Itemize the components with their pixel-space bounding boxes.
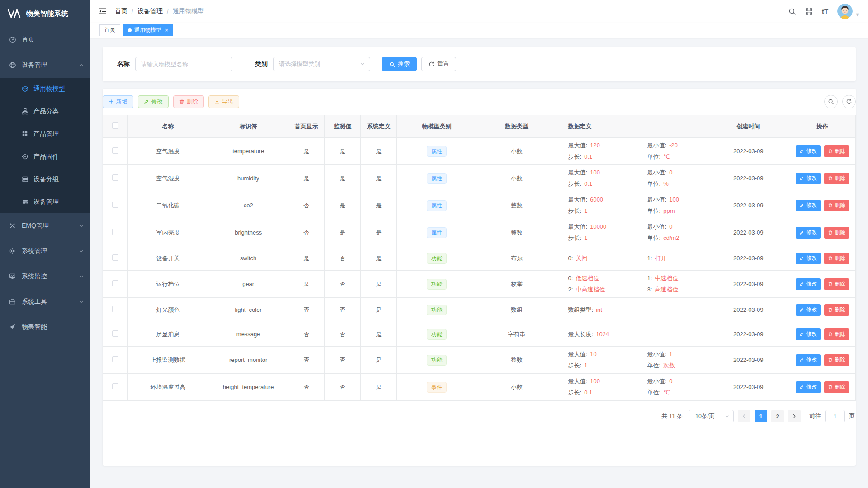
category-filter-select[interactable]: 请选择模型类别 — [273, 57, 370, 71]
avatar[interactable] — [837, 4, 853, 19]
row-checkbox[interactable] — [112, 383, 118, 389]
row-delete-button[interactable]: 删除 — [824, 227, 849, 239]
edit-button[interactable]: 修改 — [138, 95, 169, 108]
row-delete-button[interactable]: 删除 — [824, 381, 849, 393]
row-monitor-value: 否 — [325, 271, 361, 298]
row-delete-button[interactable]: 删除 — [824, 173, 849, 184]
breadcrumb-home[interactable]: 首页 — [115, 7, 127, 15]
table-card: 新增 修改 删除 导出 — [103, 89, 856, 466]
row-delete-button[interactable]: 删除 — [824, 304, 849, 316]
show-search-icon[interactable] — [824, 95, 838, 108]
sidebar-item-thing-model[interactable]: 通用物模型 — [0, 78, 90, 100]
row-actions: 修改删除 — [789, 298, 855, 322]
row-category-cell: 功能 — [397, 246, 476, 271]
row-data-type: 数组 — [476, 298, 557, 322]
goto-page-input[interactable] — [825, 410, 845, 422]
row-delete-button[interactable]: 删除 — [824, 200, 849, 211]
sidebar-item-wumei-smart[interactable]: 物美智能 — [0, 314, 90, 340]
sidebar-item-product-category[interactable]: 产品分类 — [0, 100, 90, 123]
sidebar-collapse-icon[interactable] — [90, 0, 115, 23]
row-edit-button[interactable]: 修改 — [796, 328, 821, 340]
row-actions: 修改删除 — [789, 374, 855, 401]
row-checkbox[interactable] — [112, 229, 118, 235]
select-all-checkbox[interactable] — [112, 122, 118, 129]
row-delete-button[interactable]: 删除 — [824, 328, 849, 340]
row-checkbox[interactable] — [112, 147, 118, 154]
definition-value: ℃ — [663, 153, 670, 160]
row-data-definition: 最大值:100最小值:0步长:0.1单位:℃ — [557, 374, 708, 401]
export-button[interactable]: 导出 — [208, 95, 239, 108]
fullscreen-icon[interactable] — [805, 8, 813, 15]
tab-thing-model[interactable]: 通用物模型 × — [123, 24, 173, 36]
row-delete-button[interactable]: 删除 — [824, 145, 849, 157]
row-checkbox[interactable] — [112, 174, 118, 181]
page-button-2[interactable]: 2 — [771, 410, 784, 422]
row-edit-button[interactable]: 修改 — [796, 145, 821, 157]
reset-button[interactable]: 重置 — [421, 57, 456, 71]
row-edit-button[interactable]: 修改 — [796, 278, 821, 290]
definition-label: 单位: — [647, 235, 661, 241]
definition-grid: 最大值:120最小值:-20步长:0.1单位:℃ — [568, 141, 703, 161]
row-delete-button[interactable]: 删除 — [824, 253, 849, 264]
monitor-icon — [9, 273, 16, 280]
definition-pair: 单位:℃ — [647, 153, 703, 161]
sidebar-item-system-tools[interactable]: 系统工具 — [0, 289, 90, 314]
col-system-defined: 系统定义 — [361, 115, 397, 138]
search-icon[interactable] — [788, 8, 796, 15]
tab-label: 首页 — [104, 26, 115, 34]
next-page-button[interactable] — [788, 410, 801, 422]
sidebar-item-system-manage[interactable]: 系统管理 — [0, 239, 90, 264]
row-checkbox[interactable] — [112, 306, 118, 312]
row-identifier: report_monitor — [208, 347, 288, 374]
row-edit-button[interactable]: 修改 — [796, 253, 821, 264]
device-sphere-icon — [9, 61, 16, 69]
row-delete-button[interactable]: 删除 — [824, 354, 849, 366]
sidebar-item-home[interactable]: 首页 — [0, 27, 90, 52]
row-edit-button[interactable]: 修改 — [796, 304, 821, 316]
row-checkbox[interactable] — [112, 330, 118, 337]
tab-home[interactable]: 首页 — [99, 24, 120, 36]
refresh-table-icon[interactable] — [842, 95, 856, 108]
row-checkbox[interactable] — [112, 356, 118, 362]
row-data-type: 小数 — [476, 165, 557, 192]
table-row: 设备开关switch是否是功能布尔0:关闭1:打开2022-03-09修改删除 — [103, 246, 856, 271]
row-edit-button[interactable]: 修改 — [796, 173, 821, 184]
row-data-definition: 最大值:10000最小值:0步长:1单位:cd/m2 — [557, 219, 708, 246]
row-checkbox[interactable] — [112, 202, 118, 208]
breadcrumb-device-manage[interactable]: 设备管理 — [137, 7, 163, 15]
row-actions: 修改删除 — [789, 271, 855, 298]
definition-pair: 最大值:100 — [568, 377, 647, 385]
definition-label: 数组类型: — [568, 306, 594, 313]
sidebar-item-device-list[interactable]: 设备管理 — [0, 191, 90, 213]
sidebar-item-emq[interactable]: EMQ管理 — [0, 213, 90, 239]
definition-value: 10 — [590, 351, 596, 357]
prev-page-button[interactable] — [738, 410, 750, 422]
table-row: 灯光颜色light_color否否是功能数组数组类型:int2022-03-09… — [103, 298, 856, 322]
row-data-definition: 最大长度:1024 — [557, 322, 708, 347]
search-button[interactable]: 搜索 — [382, 57, 417, 71]
user-menu[interactable]: ▼ — [837, 4, 860, 19]
name-filter-input[interactable] — [135, 57, 232, 71]
row-edit-button[interactable]: 修改 — [796, 200, 821, 211]
row-edit-button[interactable]: 修改 — [796, 381, 821, 393]
col-data-type: 数据类型 — [476, 115, 557, 138]
page-button-1[interactable]: 1 — [755, 410, 767, 422]
sidebar-item-product-manage[interactable]: 产品管理 — [0, 123, 90, 145]
definition-pair: 最大值:10 — [568, 350, 647, 358]
delete-button[interactable]: 删除 — [173, 95, 204, 108]
sidebar-item-device-group[interactable]: 设备分组 — [0, 168, 90, 191]
sidebar-item-device-manage[interactable]: 设备管理 — [0, 52, 90, 78]
close-icon[interactable]: × — [165, 27, 168, 33]
definition-value: 1 — [584, 207, 587, 214]
row-delete-button[interactable]: 删除 — [824, 278, 849, 290]
sidebar-item-product-firmware[interactable]: 产品固件 — [0, 145, 90, 168]
row-checkbox[interactable] — [112, 280, 118, 286]
page-size-select[interactable]: 10条/页 — [689, 410, 734, 422]
font-size-icon[interactable]: tT — [822, 8, 828, 15]
row-name: 二氧化碳 — [128, 192, 208, 219]
row-edit-button[interactable]: 修改 — [796, 354, 821, 366]
add-button[interactable]: 新增 — [103, 95, 133, 108]
sidebar-item-system-monitor[interactable]: 系统监控 — [0, 264, 90, 289]
row-checkbox[interactable] — [112, 254, 118, 261]
row-edit-button[interactable]: 修改 — [796, 227, 821, 239]
